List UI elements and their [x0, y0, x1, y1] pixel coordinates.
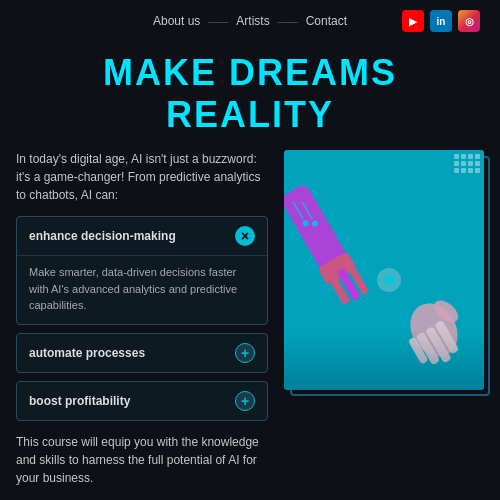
nav-social: ▶ in ◎ [402, 10, 480, 32]
accordion-enhance-btn[interactable]: × [235, 226, 255, 246]
youtube-icon[interactable]: ▶ [402, 10, 424, 32]
nav-about[interactable]: About us [153, 14, 200, 28]
image-overlay [284, 330, 484, 390]
accordion-automate: automate processes + [16, 333, 268, 373]
footer-text: This course will equip you with the know… [16, 433, 268, 487]
linkedin-icon[interactable]: in [430, 10, 452, 32]
intro-text: In today's digital age, AI isn't just a … [16, 150, 268, 204]
corner-decoration [454, 154, 480, 173]
main-content: In today's digital age, AI isn't just a … [0, 150, 500, 487]
accordion-enhance: enhance decision-making × Make smarter, … [16, 216, 268, 325]
right-column [284, 150, 484, 390]
accordion-automate-btn[interactable]: + [235, 343, 255, 363]
accordion-boost-label: boost profitability [29, 394, 130, 408]
hero-title: MAKE DREAMS REALITY [0, 42, 500, 150]
accordion-automate-label: automate processes [29, 346, 145, 360]
left-column: In today's digital age, AI isn't just a … [16, 150, 268, 487]
accordion-automate-header[interactable]: automate processes + [17, 334, 267, 372]
navigation: About us —— Artists —— Contact ▶ in ◎ [0, 0, 500, 42]
accordion-enhance-header[interactable]: enhance decision-making × [17, 217, 267, 255]
accordion-boost: boost profitability + [16, 381, 268, 421]
accordion-enhance-label: enhance decision-making [29, 229, 176, 243]
nav-artists[interactable]: Artists [236, 14, 269, 28]
nav-links: About us —— Artists —— Contact [153, 14, 347, 28]
nav-contact[interactable]: Contact [306, 14, 347, 28]
nav-sep-2: —— [278, 16, 298, 27]
nav-sep-1: —— [208, 16, 228, 27]
instagram-icon[interactable]: ◎ [458, 10, 480, 32]
accordion-boost-btn[interactable]: + [235, 391, 255, 411]
hero-image [284, 150, 484, 390]
accordion-enhance-body: Make smarter, data-driven decisions fast… [17, 255, 267, 324]
accordion-boost-header[interactable]: boost profitability + [17, 382, 267, 420]
